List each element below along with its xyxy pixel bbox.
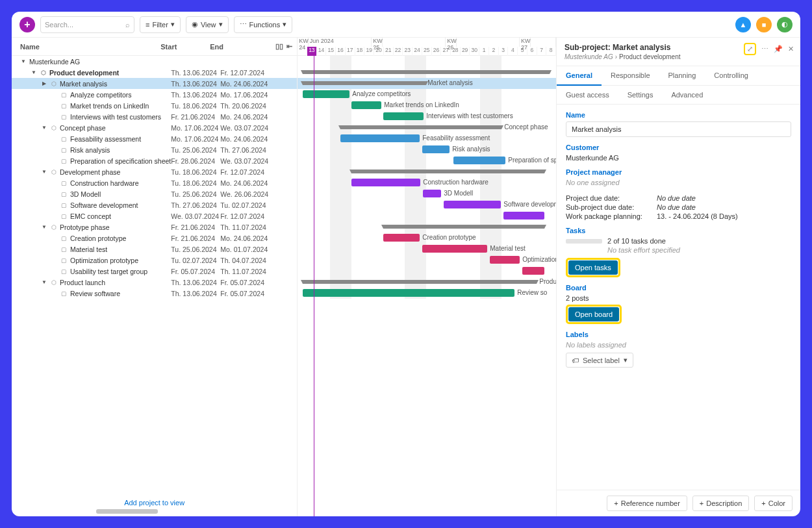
- summary-bar[interactable]: [340, 125, 501, 129]
- tree-row[interactable]: ▢Risk analysisTu. 25.06.2024Th. 27.06.20…: [12, 144, 297, 155]
- gantt-row[interactable]: [298, 67, 556, 78]
- description-button[interactable]: +Description: [692, 496, 749, 511]
- tree-row[interactable]: ▼⬡Product developmentTh. 13.06.2024Fr. 1…: [12, 67, 297, 78]
- add-button[interactable]: +: [19, 17, 35, 32]
- tree-row[interactable]: ▼⬡Product launchTh. 13.06.2024Fr. 05.07.…: [12, 277, 297, 288]
- task-bar[interactable]: [490, 256, 520, 264]
- task-bar[interactable]: [351, 179, 420, 186]
- summary-bar[interactable]: [303, 81, 426, 85]
- caret-icon[interactable]: ▼: [41, 279, 47, 285]
- reference-number-button[interactable]: +Reference number: [607, 496, 687, 511]
- pin-icon[interactable]: 📌: [774, 45, 783, 53]
- open-tasks-button[interactable]: Open tasks: [568, 260, 618, 275]
- summary-bar[interactable]: [383, 225, 544, 229]
- gantt-row[interactable]: Creation prototype: [298, 233, 556, 244]
- task-bar[interactable]: [503, 212, 544, 220]
- tree-row[interactable]: ▢Material testTu. 25.06.2024Mo. 01.07.20…: [12, 244, 297, 255]
- col-name[interactable]: Name: [12, 43, 160, 51]
- tree-row[interactable]: ▢Usability test target groupFr. 05.07.20…: [12, 266, 297, 277]
- panel-subtab[interactable]: Settings: [618, 86, 663, 104]
- gantt-row[interactable]: Market trends on LinkedIn: [298, 100, 556, 111]
- panel-tab[interactable]: Controlling: [705, 66, 757, 85]
- gantt-row[interactable]: Product la: [298, 277, 556, 288]
- tree-row[interactable]: ▢Construction hardwareTu. 18.06.2024Mo. …: [12, 177, 297, 188]
- task-bar[interactable]: [303, 289, 514, 297]
- caret-icon[interactable]: ▼: [20, 58, 27, 64]
- task-bar[interactable]: [383, 112, 424, 120]
- summary-bar[interactable]: [303, 280, 537, 284]
- tree-row[interactable]: ▼⬡Development phaseTu. 18.06.2024Fr. 12.…: [12, 166, 297, 177]
- gantt-row[interactable]: Market analysis: [298, 78, 556, 89]
- caret-icon[interactable]: ▼: [41, 224, 47, 230]
- view-button[interactable]: ◉ View ▾: [186, 16, 229, 33]
- tree-row[interactable]: ▢Preparation of specification sheetFr. 2…: [12, 155, 297, 166]
- gantt-row[interactable]: Optimization: [298, 255, 556, 266]
- summary-bar[interactable]: [351, 170, 544, 173]
- panel-tab[interactable]: General: [557, 66, 602, 86]
- tree-row[interactable]: ▢Optimization prototypeTu. 02.07.2024Th.…: [12, 255, 297, 266]
- gantt-row[interactable]: Analyze competitors: [298, 89, 556, 100]
- gantt-row[interactable]: Concept phase: [298, 122, 556, 133]
- gantt-chart[interactable]: KW 24Jun 2024KW 25KW 26KW 27 13141516171…: [298, 38, 556, 516]
- tree-row[interactable]: ▼⬡Concept phaseMo. 17.06.2024We. 03.07.2…: [12, 122, 297, 133]
- columns-icon[interactable]: ▯▯: [275, 42, 283, 51]
- task-bar[interactable]: [351, 101, 381, 109]
- gantt-row[interactable]: Risk analysis: [298, 144, 556, 155]
- task-bar[interactable]: [340, 134, 420, 142]
- tree-row[interactable]: ▢Creation prototypeFr. 21.06.2024Mo. 24.…: [12, 233, 297, 244]
- panel-tab[interactable]: Responsible: [602, 66, 659, 85]
- gantt-row[interactable]: Preparation of sp: [298, 155, 556, 166]
- panel-subtab[interactable]: Guest access: [557, 86, 618, 104]
- task-bar[interactable]: [423, 190, 441, 197]
- tree-row[interactable]: ▢Feasability assessmentMo. 17.06.2024Mo.…: [12, 133, 297, 144]
- caret-icon[interactable]: ▼: [41, 169, 47, 175]
- caret-icon[interactable]: ▼: [31, 69, 37, 75]
- search-input[interactable]: Search... ⌕: [40, 16, 134, 33]
- more-icon[interactable]: ⋯: [761, 45, 768, 53]
- task-bar[interactable]: [422, 145, 450, 153]
- status-icon[interactable]: ◐: [777, 17, 793, 32]
- task-bar[interactable]: [453, 157, 505, 164]
- tree-row[interactable]: ▢Market trends on LinkedInTu. 18.06.2024…: [12, 100, 297, 111]
- tree-row[interactable]: ▢3D ModellTu. 25.06.2024We. 26.06.2024: [12, 188, 297, 199]
- gantt-row[interactable]: 3D Modell: [298, 188, 556, 199]
- task-bar[interactable]: [444, 201, 501, 208]
- task-bar[interactable]: [422, 245, 487, 253]
- gantt-row[interactable]: Construction hardware: [298, 177, 556, 188]
- tree-row[interactable]: ▢Interviews with test customersFr. 21.06…: [12, 111, 297, 122]
- tree-row[interactable]: ▢EMC conceptWe. 03.07.2024Fr. 12.07.2024: [12, 210, 297, 221]
- close-icon[interactable]: ✕: [788, 45, 794, 53]
- select-label-button[interactable]: 🏷 Select label ▾: [566, 353, 633, 368]
- filter-button[interactable]: ≡ Filter ▾: [140, 16, 181, 33]
- tree-row[interactable]: ▢Review softwareTh. 13.06.2024Fr. 05.07.…: [12, 288, 297, 299]
- task-bar[interactable]: [522, 267, 544, 275]
- gantt-row[interactable]: Software development: [298, 199, 556, 210]
- task-bar[interactable]: [303, 90, 349, 98]
- caret-icon[interactable]: ▼: [41, 125, 47, 131]
- gantt-row[interactable]: Review so: [298, 288, 556, 299]
- tree-row[interactable]: ▢Software developmentTh. 27.06.2024Tu. 0…: [12, 199, 297, 210]
- gantt-row[interactable]: [298, 210, 556, 221]
- gantt-row[interactable]: [298, 56, 556, 67]
- functions-button[interactable]: ⋯ Functions ▾: [234, 16, 293, 33]
- gantt-row[interactable]: Feasability assessment: [298, 133, 556, 144]
- col-end[interactable]: End: [210, 43, 271, 51]
- gantt-row[interactable]: [298, 221, 556, 233]
- gantt-row[interactable]: [298, 266, 556, 277]
- color-button[interactable]: +Color: [754, 496, 793, 511]
- summary-bar[interactable]: [303, 70, 550, 74]
- notifications-icon[interactable]: ▲: [735, 17, 751, 32]
- task-bar[interactable]: [383, 234, 420, 242]
- help-icon[interactable]: ■: [756, 17, 772, 32]
- panel-subtab[interactable]: Advanced: [662, 86, 712, 104]
- gantt-row[interactable]: Interviews with test customers: [298, 111, 556, 122]
- tree-row[interactable]: ▼⬡Prototype phaseFr. 21.06.2024Th. 11.07…: [12, 221, 297, 233]
- open-board-button[interactable]: Open board: [568, 307, 619, 321]
- scrollbar[interactable]: [96, 509, 158, 514]
- gantt-row[interactable]: Material test: [298, 244, 556, 255]
- caret-icon[interactable]: ▶: [41, 81, 47, 86]
- collapse-icon[interactable]: ⇤: [286, 42, 292, 51]
- name-field[interactable]: Market analysis: [566, 121, 791, 137]
- tree-row[interactable]: ▼Musterkunde AG: [12, 56, 297, 67]
- panel-tab[interactable]: Planning: [659, 66, 705, 85]
